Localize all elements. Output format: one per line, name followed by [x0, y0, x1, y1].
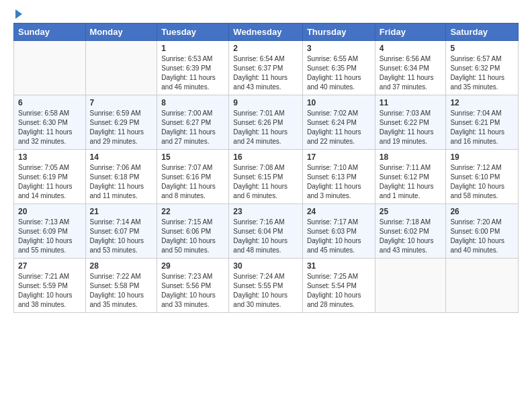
table-row: 5Sunrise: 6:57 AM Sunset: 6:32 PM Daylig…	[446, 41, 519, 95]
calendar-week-row: 27Sunrise: 7:21 AM Sunset: 5:59 PM Dayli…	[14, 259, 519, 313]
cell-info: Sunrise: 7:07 AM Sunset: 6:16 PM Dayligh…	[161, 163, 224, 201]
table-row: 10Sunrise: 7:02 AM Sunset: 6:24 PM Dayli…	[302, 95, 375, 150]
table-row: 13Sunrise: 7:05 AM Sunset: 6:19 PM Dayli…	[14, 150, 86, 204]
table-row: 1Sunrise: 6:53 AM Sunset: 6:39 PM Daylig…	[157, 41, 229, 95]
table-row	[446, 259, 519, 313]
table-row: 27Sunrise: 7:21 AM Sunset: 5:59 PM Dayli…	[14, 259, 86, 313]
table-row: 29Sunrise: 7:23 AM Sunset: 5:56 PM Dayli…	[157, 259, 229, 313]
logo-triangle-icon	[15, 9, 22, 19]
cell-info: Sunrise: 7:12 AM Sunset: 6:10 PM Dayligh…	[450, 163, 514, 201]
cell-info: Sunrise: 7:02 AM Sunset: 6:24 PM Dayligh…	[307, 109, 371, 146]
day-number: 4	[380, 44, 442, 53]
day-number: 8	[161, 98, 224, 107]
cell-info: Sunrise: 6:54 AM Sunset: 6:37 PM Dayligh…	[233, 54, 298, 92]
logo	[13, 11, 22, 19]
table-row: 21Sunrise: 7:14 AM Sunset: 6:07 PM Dayli…	[85, 204, 157, 259]
table-row: 19Sunrise: 7:12 AM Sunset: 6:10 PM Dayli…	[446, 150, 519, 204]
cell-info: Sunrise: 7:00 AM Sunset: 6:27 PM Dayligh…	[161, 109, 224, 146]
cell-info: Sunrise: 7:24 AM Sunset: 5:55 PM Dayligh…	[233, 272, 298, 310]
calendar-header-row: Sunday Monday Tuesday Wednesday Thursday…	[14, 24, 519, 41]
day-number: 9	[233, 98, 298, 107]
day-number: 12	[450, 98, 514, 107]
day-number: 26	[450, 207, 514, 216]
day-number: 16	[233, 152, 298, 162]
table-row	[14, 41, 86, 95]
table-row	[85, 41, 157, 95]
table-row: 31Sunrise: 7:25 AM Sunset: 5:54 PM Dayli…	[302, 259, 375, 313]
day-number: 30	[233, 261, 298, 271]
table-row: 23Sunrise: 7:16 AM Sunset: 6:04 PM Dayli…	[229, 204, 303, 259]
cell-info: Sunrise: 7:18 AM Sunset: 6:02 PM Dayligh…	[380, 218, 442, 255]
cell-info: Sunrise: 7:25 AM Sunset: 5:54 PM Dayligh…	[307, 272, 371, 310]
col-tuesday: Tuesday	[157, 24, 229, 41]
calendar-week-row: 20Sunrise: 7:13 AM Sunset: 6:09 PM Dayli…	[14, 204, 519, 259]
cell-info: Sunrise: 7:15 AM Sunset: 6:06 PM Dayligh…	[161, 218, 224, 255]
cell-info: Sunrise: 6:58 AM Sunset: 6:30 PM Dayligh…	[18, 109, 81, 146]
calendar-table: Sunday Monday Tuesday Wednesday Thursday…	[13, 23, 519, 313]
table-row: 3Sunrise: 6:55 AM Sunset: 6:35 PM Daylig…	[302, 41, 375, 95]
day-number: 17	[307, 152, 371, 162]
cell-info: Sunrise: 7:04 AM Sunset: 6:21 PM Dayligh…	[450, 109, 514, 146]
cell-info: Sunrise: 7:16 AM Sunset: 6:04 PM Dayligh…	[233, 218, 298, 255]
cell-info: Sunrise: 7:03 AM Sunset: 6:22 PM Dayligh…	[380, 109, 442, 146]
cell-info: Sunrise: 7:21 AM Sunset: 5:59 PM Dayligh…	[18, 272, 81, 310]
table-row: 26Sunrise: 7:20 AM Sunset: 6:00 PM Dayli…	[446, 204, 519, 259]
cell-info: Sunrise: 7:10 AM Sunset: 6:13 PM Dayligh…	[307, 163, 371, 201]
day-number: 21	[90, 207, 153, 216]
table-row: 7Sunrise: 6:59 AM Sunset: 6:29 PM Daylig…	[85, 95, 157, 150]
table-row: 15Sunrise: 7:07 AM Sunset: 6:16 PM Dayli…	[157, 150, 229, 204]
day-number: 31	[307, 261, 371, 271]
col-sunday: Sunday	[14, 24, 86, 41]
day-number: 15	[161, 152, 224, 162]
day-number: 14	[90, 152, 153, 162]
day-number: 7	[90, 98, 153, 107]
day-number: 10	[307, 98, 371, 107]
table-row: 8Sunrise: 7:00 AM Sunset: 6:27 PM Daylig…	[157, 95, 229, 150]
day-number: 29	[161, 261, 224, 271]
calendar-week-row: 1Sunrise: 6:53 AM Sunset: 6:39 PM Daylig…	[14, 41, 519, 95]
calendar-week-row: 6Sunrise: 6:58 AM Sunset: 6:30 PM Daylig…	[14, 95, 519, 150]
day-number: 6	[18, 98, 81, 107]
col-monday: Monday	[85, 24, 157, 41]
day-number: 11	[380, 98, 442, 107]
table-row: 25Sunrise: 7:18 AM Sunset: 6:02 PM Dayli…	[375, 204, 446, 259]
col-friday: Friday	[375, 24, 446, 41]
col-thursday: Thursday	[302, 24, 375, 41]
day-number: 25	[380, 207, 442, 216]
day-number: 27	[18, 261, 81, 271]
table-row	[375, 259, 446, 313]
table-row: 6Sunrise: 6:58 AM Sunset: 6:30 PM Daylig…	[14, 95, 86, 150]
day-number: 13	[18, 152, 81, 162]
table-row: 18Sunrise: 7:11 AM Sunset: 6:12 PM Dayli…	[375, 150, 446, 204]
day-number: 23	[233, 207, 298, 216]
cell-info: Sunrise: 6:59 AM Sunset: 6:29 PM Dayligh…	[90, 109, 153, 146]
day-number: 20	[18, 207, 81, 216]
day-number: 22	[161, 207, 224, 216]
cell-info: Sunrise: 7:11 AM Sunset: 6:12 PM Dayligh…	[380, 163, 442, 201]
table-row: 17Sunrise: 7:10 AM Sunset: 6:13 PM Dayli…	[302, 150, 375, 204]
table-row: 20Sunrise: 7:13 AM Sunset: 6:09 PM Dayli…	[14, 204, 86, 259]
table-row: 14Sunrise: 7:06 AM Sunset: 6:18 PM Dayli…	[85, 150, 157, 204]
cell-info: Sunrise: 6:53 AM Sunset: 6:39 PM Dayligh…	[161, 54, 224, 92]
cell-info: Sunrise: 7:23 AM Sunset: 5:56 PM Dayligh…	[161, 272, 224, 310]
table-row: 2Sunrise: 6:54 AM Sunset: 6:37 PM Daylig…	[229, 41, 303, 95]
day-number: 5	[450, 44, 514, 53]
day-number: 1	[161, 44, 224, 53]
table-row: 11Sunrise: 7:03 AM Sunset: 6:22 PM Dayli…	[375, 95, 446, 150]
table-row: 24Sunrise: 7:17 AM Sunset: 6:03 PM Dayli…	[302, 204, 375, 259]
cell-info: Sunrise: 7:20 AM Sunset: 6:00 PM Dayligh…	[450, 218, 514, 255]
day-number: 19	[450, 152, 514, 162]
cell-info: Sunrise: 7:17 AM Sunset: 6:03 PM Dayligh…	[307, 218, 371, 255]
cell-info: Sunrise: 7:08 AM Sunset: 6:15 PM Dayligh…	[233, 163, 298, 201]
table-row: 28Sunrise: 7:22 AM Sunset: 5:58 PM Dayli…	[85, 259, 157, 313]
cell-info: Sunrise: 7:01 AM Sunset: 6:26 PM Dayligh…	[233, 109, 298, 146]
cell-info: Sunrise: 6:56 AM Sunset: 6:34 PM Dayligh…	[380, 54, 442, 92]
calendar-page: Sunday Monday Tuesday Wednesday Thursday…	[0, 0, 532, 324]
table-row: 4Sunrise: 6:56 AM Sunset: 6:34 PM Daylig…	[375, 41, 446, 95]
day-number: 28	[90, 261, 153, 271]
table-row: 22Sunrise: 7:15 AM Sunset: 6:06 PM Dayli…	[157, 204, 229, 259]
table-row: 30Sunrise: 7:24 AM Sunset: 5:55 PM Dayli…	[229, 259, 303, 313]
day-number: 18	[380, 152, 442, 162]
cell-info: Sunrise: 7:22 AM Sunset: 5:58 PM Dayligh…	[90, 272, 153, 310]
col-wednesday: Wednesday	[229, 24, 303, 41]
